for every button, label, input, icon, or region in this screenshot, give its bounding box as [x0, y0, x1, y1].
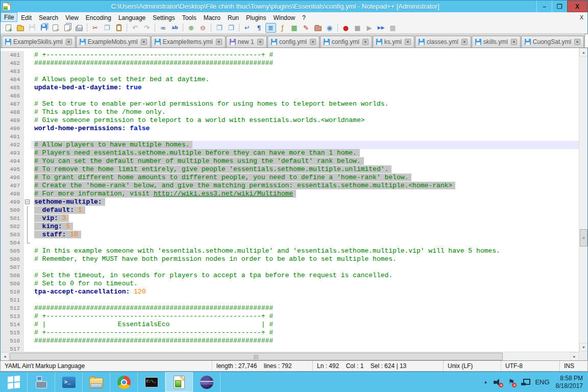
- code-line-content[interactable]: # Allow players to have multiple homes.: [31, 141, 579, 149]
- code-line-content[interactable]: ########################################…: [31, 59, 579, 67]
- code-line-content[interactable]: default: 1: [31, 206, 579, 214]
- scroll-down-arrow[interactable]: ▼: [579, 343, 588, 352]
- taskbar-app-eclipse[interactable]: [193, 372, 220, 392]
- code-line-content[interactable]: # +-------------------------------------…: [31, 312, 579, 321]
- tab-close-icon[interactable]: ×: [257, 39, 263, 45]
- menu-item-macro[interactable]: Macro: [200, 12, 224, 22]
- sync-horizontal-scroll-icon[interactable]: ❐: [226, 23, 236, 33]
- volume-muted-icon[interactable]: ×: [494, 379, 502, 386]
- tab-close-icon[interactable]: ×: [66, 39, 72, 45]
- code-line-content[interactable]: # | EssentialsEco | #: [31, 321, 579, 329]
- zoom-in-icon[interactable]: ⊕: [186, 23, 197, 33]
- tab-examplemobs-yml-1[interactable]: ExampleMobs.yml×: [76, 36, 151, 47]
- macro-save-icon[interactable]: ▦: [387, 23, 398, 33]
- code-line-content[interactable]: [31, 263, 579, 272]
- menu-item-plugins[interactable]: Plugins: [242, 12, 270, 22]
- code-line-content[interactable]: tpa-accept-cancellation: 120: [31, 288, 579, 296]
- show-all-characters-icon[interactable]: ¶: [254, 23, 264, 33]
- tab-close-icon[interactable]: ×: [574, 39, 580, 45]
- vertical-scroll-thumb[interactable]: ≡: [580, 229, 587, 247]
- tab-close-icon[interactable]: ×: [461, 39, 468, 45]
- copy-icon[interactable]: ❐: [102, 23, 112, 33]
- code-line-content[interactable]: # Create the 'home-rank' below, and give…: [31, 182, 579, 190]
- taskbar-app-chrome[interactable]: [110, 372, 138, 392]
- code-line-content[interactable]: # +-------------------------------------…: [31, 329, 579, 337]
- fold-toggle-icon[interactable]: −: [25, 200, 30, 204]
- folder-as-workspace-icon[interactable]: [312, 23, 323, 33]
- code-line-content[interactable]: [31, 239, 579, 247]
- code-line-content[interactable]: # +-------------------------------------…: [31, 51, 579, 59]
- code-line-content[interactable]: # Players need essentials.sethome.multip…: [31, 149, 579, 157]
- code-line-content[interactable]: [31, 133, 579, 141]
- notifications-flag-icon[interactable]: ⚑×: [508, 378, 515, 386]
- tab-close-icon[interactable]: ×: [362, 39, 369, 45]
- restore-button[interactable]: ❐: [552, 1, 567, 12]
- tab-close-icon[interactable]: ×: [310, 39, 316, 45]
- status-insert-mode[interactable]: INS: [560, 361, 587, 371]
- indent-guide-icon[interactable]: ≣: [265, 23, 276, 33]
- code-line-content[interactable]: # You can set the default number of mult…: [31, 157, 579, 165]
- code-line-content[interactable]: update-bed-at-daytime: true: [31, 84, 579, 92]
- menu-item-tools[interactable]: Tools: [179, 12, 200, 22]
- open-file-icon[interactable]: [15, 23, 26, 33]
- code-line-content[interactable]: # Give someone permission to teleport to…: [31, 116, 579, 125]
- tab-ks-yml-6[interactable]: ks.yml×: [373, 36, 414, 47]
- close-all-docs-icon[interactable]: −: [62, 23, 72, 33]
- macro-run-multiple-icon[interactable]: ▶▶: [376, 23, 386, 33]
- zoom-out-icon[interactable]: ⊖: [198, 23, 208, 33]
- taskbar-app-server-manager[interactable]: [28, 372, 55, 392]
- code-line-content[interactable]: vip: 3: [31, 214, 579, 223]
- tab-config-yml-4[interactable]: config.yml×: [267, 36, 320, 47]
- taskbar-app-file-explorer[interactable]: [83, 372, 110, 392]
- close-button[interactable]: X: [567, 1, 587, 12]
- code-line-content[interactable]: staff: 10: [31, 231, 579, 239]
- code-line-content[interactable]: # In this example someone with 'essentia…: [31, 247, 579, 255]
- code-line-content[interactable]: sethome-multiple:: [31, 198, 579, 206]
- redo-icon[interactable]: ↷: [141, 23, 152, 33]
- tab-exampleskills-yml-0[interactable]: ExampleSkills.yml×: [2, 36, 76, 47]
- vertical-scrollbar[interactable]: ▲ ≡ ▼: [579, 48, 587, 352]
- macro-stop-icon[interactable]: ■: [352, 23, 363, 33]
- scroll-right-arrow[interactable]: ►: [570, 352, 579, 360]
- code-line-content[interactable]: world-home-permissions: false: [31, 125, 579, 133]
- menu-item-file[interactable]: File: [1, 12, 17, 22]
- tab-config-yml-5[interactable]: config.yml×: [320, 36, 372, 47]
- tab-close-icon[interactable]: ×: [511, 39, 517, 45]
- hidden-icons-chevron[interactable]: ▲: [484, 380, 488, 384]
- code-area[interactable]: 481# +----------------------------------…: [1, 48, 579, 352]
- document-edit-icon[interactable]: ✎: [301, 23, 311, 33]
- tab-classes-yml-7[interactable]: classes.yml×: [415, 36, 471, 47]
- undo-icon[interactable]: ↶: [130, 23, 140, 33]
- word-wrap-icon[interactable]: ↵: [242, 23, 253, 33]
- code-line-content[interactable]: [31, 345, 579, 352]
- menu-item-encoding[interactable]: Encoding: [82, 12, 115, 22]
- code-line-content[interactable]: # For more information, visit http://wik…: [31, 190, 579, 198]
- menu-item-settings[interactable]: Settings: [149, 12, 178, 22]
- code-line-content[interactable]: # To grant different home amounts to dif…: [31, 174, 579, 182]
- code-line-content[interactable]: king: 5: [31, 223, 579, 231]
- horizontal-scrollbar[interactable]: ◄ ||| ►: [1, 352, 579, 360]
- replace-icon[interactable]: ab: [169, 23, 180, 33]
- tab-exampleitems-yml-2[interactable]: ExampleItems.yml×: [151, 36, 226, 47]
- status-encoding[interactable]: UTF-8: [501, 361, 560, 371]
- save-icon[interactable]: [27, 23, 37, 33]
- tab-close-icon[interactable]: ×: [216, 39, 222, 45]
- sync-vertical-scroll-icon[interactable]: ❐: [214, 23, 225, 33]
- code-line-content[interactable]: [31, 67, 579, 76]
- tab-close-icon[interactable]: ×: [405, 39, 411, 45]
- tab-config-yml-10[interactable]: config.yml×: [584, 34, 588, 47]
- tab-new-1-3[interactable]: new 1×: [226, 36, 267, 47]
- code-line-content[interactable]: [31, 92, 579, 100]
- code-line-content[interactable]: # To remove the home limit entirely, giv…: [31, 165, 579, 174]
- horizontal-scroll-thumb[interactable]: |||: [10, 353, 503, 360]
- find-icon[interactable]: ∞: [158, 23, 168, 33]
- menu-item-edit[interactable]: Edit: [17, 12, 35, 22]
- paste-icon[interactable]: [113, 23, 124, 33]
- scroll-left-arrow[interactable]: ◄: [1, 352, 9, 360]
- taskbar-app-notepad-plus-plus[interactable]: ✎: [165, 372, 193, 392]
- macro-play-icon[interactable]: ▶: [364, 23, 375, 33]
- monitoring-icon[interactable]: ◉: [324, 23, 335, 33]
- new-file-icon[interactable]: +: [3, 23, 14, 33]
- tab-cuongsat-yml-9[interactable]: CuongSat.yml×: [521, 36, 584, 47]
- tab-close-icon[interactable]: ×: [141, 39, 147, 45]
